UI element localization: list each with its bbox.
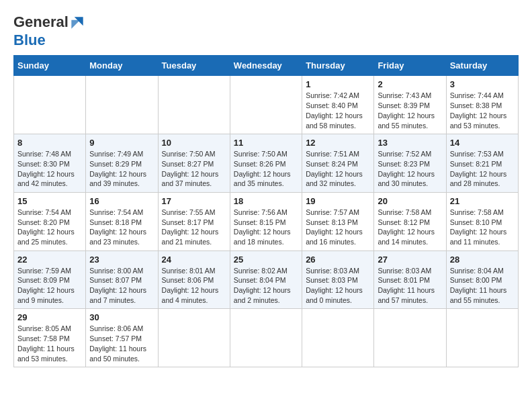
day-number: 3 xyxy=(450,79,515,89)
table-row: 24 Sunrise: 8:01 AM Sunset: 8:06 PM Dayl… xyxy=(158,250,230,309)
day-number: 24 xyxy=(162,255,226,265)
table-row: 11 Sunrise: 7:50 AM Sunset: 8:26 PM Dayl… xyxy=(230,134,302,193)
table-row: 27 Sunrise: 8:03 AM Sunset: 8:01 PM Dayl… xyxy=(374,250,446,309)
table-row: 26 Sunrise: 8:03 AM Sunset: 8:03 PM Dayl… xyxy=(302,250,374,309)
day-info: Sunrise: 7:58 AM Sunset: 8:10 PM Dayligh… xyxy=(450,208,515,247)
day-info: Sunrise: 8:03 AM Sunset: 8:01 PM Dayligh… xyxy=(378,266,442,306)
day-info: Sunrise: 7:50 AM Sunset: 8:27 PM Dayligh… xyxy=(162,149,226,189)
calendar-table: SundayMondayTuesdayWednesdayThursdayFrid… xyxy=(13,55,519,367)
day-info: Sunrise: 7:59 AM Sunset: 8:09 PM Dayligh… xyxy=(17,266,82,306)
day-info: Sunrise: 8:06 AM Sunset: 7:57 PM Dayligh… xyxy=(89,324,154,363)
table-row: 23 Sunrise: 8:00 AM Sunset: 8:07 PM Dayl… xyxy=(86,250,158,309)
day-info: Sunrise: 8:05 AM Sunset: 7:58 PM Dayligh… xyxy=(17,324,82,363)
day-info: Sunrise: 7:52 AM Sunset: 8:23 PM Dayligh… xyxy=(378,149,442,189)
day-number: 10 xyxy=(162,138,226,148)
day-info: Sunrise: 7:53 AM Sunset: 8:21 PM Dayligh… xyxy=(450,149,515,189)
day-info: Sunrise: 8:02 AM Sunset: 8:04 PM Dayligh… xyxy=(234,266,298,306)
day-number: 25 xyxy=(234,255,298,265)
day-info: Sunrise: 7:54 AM Sunset: 8:20 PM Dayligh… xyxy=(17,208,82,247)
day-info: Sunrise: 7:56 AM Sunset: 8:15 PM Dayligh… xyxy=(234,208,298,247)
table-row: 15 Sunrise: 7:54 AM Sunset: 8:20 PM Dayl… xyxy=(14,192,86,250)
weekday-header-monday: Monday xyxy=(86,56,158,76)
table-row: 22 Sunrise: 7:59 AM Sunset: 8:09 PM Dayl… xyxy=(14,250,86,309)
day-number: 2 xyxy=(378,79,442,89)
day-number: 8 xyxy=(17,138,82,148)
table-row: 9 Sunrise: 7:49 AM Sunset: 8:29 PM Dayli… xyxy=(86,134,158,193)
weekday-header-wednesday: Wednesday xyxy=(230,56,302,76)
day-number: 27 xyxy=(378,255,442,265)
weekday-header-thursday: Thursday xyxy=(302,56,374,76)
day-number: 15 xyxy=(17,196,82,206)
weekday-header-saturday: Saturday xyxy=(446,56,518,76)
day-number: 14 xyxy=(450,138,515,148)
day-number: 26 xyxy=(306,255,370,265)
day-number: 13 xyxy=(378,138,442,148)
table-row: 16 Sunrise: 7:54 AM Sunset: 8:18 PM Dayl… xyxy=(86,192,158,250)
table-row xyxy=(86,76,158,134)
day-number: 23 xyxy=(89,255,154,265)
day-number: 21 xyxy=(450,196,515,206)
table-row xyxy=(446,309,518,367)
table-row: 25 Sunrise: 8:02 AM Sunset: 8:04 PM Dayl… xyxy=(230,250,302,309)
table-row xyxy=(158,309,230,367)
table-row: 29 Sunrise: 8:05 AM Sunset: 7:58 PM Dayl… xyxy=(14,309,86,367)
day-number: 22 xyxy=(17,255,82,265)
day-info: Sunrise: 7:43 AM Sunset: 8:39 PM Dayligh… xyxy=(378,91,442,130)
table-row xyxy=(374,309,446,367)
table-row: 8 Sunrise: 7:48 AM Sunset: 8:30 PM Dayli… xyxy=(14,134,86,193)
day-number: 12 xyxy=(306,138,370,148)
day-info: Sunrise: 7:50 AM Sunset: 8:26 PM Dayligh… xyxy=(234,149,298,189)
page-header: General Blue xyxy=(13,13,519,48)
table-row: 12 Sunrise: 7:51 AM Sunset: 8:24 PM Dayl… xyxy=(302,134,374,193)
day-number: 16 xyxy=(89,196,154,206)
table-row: 30 Sunrise: 8:06 AM Sunset: 7:57 PM Dayl… xyxy=(86,309,158,367)
day-number: 28 xyxy=(450,255,515,265)
day-info: Sunrise: 7:54 AM Sunset: 8:18 PM Dayligh… xyxy=(89,208,154,247)
table-row: 28 Sunrise: 8:04 AM Sunset: 8:00 PM Dayl… xyxy=(446,250,518,309)
weekday-header-friday: Friday xyxy=(374,56,446,76)
weekday-header-tuesday: Tuesday xyxy=(158,56,230,76)
table-row: 2 Sunrise: 7:43 AM Sunset: 8:39 PM Dayli… xyxy=(374,76,446,134)
table-row xyxy=(158,76,230,134)
day-number: 29 xyxy=(17,312,82,322)
table-row: 10 Sunrise: 7:50 AM Sunset: 8:27 PM Dayl… xyxy=(158,134,230,193)
table-row: 14 Sunrise: 7:53 AM Sunset: 8:21 PM Dayl… xyxy=(446,134,518,193)
day-number: 18 xyxy=(234,196,298,206)
table-row xyxy=(230,309,302,367)
day-info: Sunrise: 8:01 AM Sunset: 8:06 PM Dayligh… xyxy=(162,266,226,306)
day-number: 11 xyxy=(234,138,298,148)
table-row: 1 Sunrise: 7:42 AM Sunset: 8:40 PM Dayli… xyxy=(302,76,374,134)
table-row: 19 Sunrise: 7:57 AM Sunset: 8:13 PM Dayl… xyxy=(302,192,374,250)
day-info: Sunrise: 8:03 AM Sunset: 8:03 PM Dayligh… xyxy=(306,266,370,306)
day-info: Sunrise: 7:44 AM Sunset: 8:38 PM Dayligh… xyxy=(450,91,515,130)
day-number: 30 xyxy=(89,312,154,322)
table-row xyxy=(230,76,302,134)
day-number: 9 xyxy=(89,138,154,148)
day-number: 20 xyxy=(378,196,442,206)
day-info: Sunrise: 7:51 AM Sunset: 8:24 PM Dayligh… xyxy=(306,149,370,189)
day-info: Sunrise: 7:55 AM Sunset: 8:17 PM Dayligh… xyxy=(162,208,226,247)
table-row: 18 Sunrise: 7:56 AM Sunset: 8:15 PM Dayl… xyxy=(230,192,302,250)
day-number: 19 xyxy=(306,196,370,206)
table-row: 3 Sunrise: 7:44 AM Sunset: 8:38 PM Dayli… xyxy=(446,76,518,134)
table-row xyxy=(302,309,374,367)
table-row: 13 Sunrise: 7:52 AM Sunset: 8:23 PM Dayl… xyxy=(374,134,446,193)
table-row: 21 Sunrise: 7:58 AM Sunset: 8:10 PM Dayl… xyxy=(446,192,518,250)
weekday-header-sunday: Sunday xyxy=(14,56,86,76)
table-row: 20 Sunrise: 7:58 AM Sunset: 8:12 PM Dayl… xyxy=(374,192,446,250)
day-info: Sunrise: 8:04 AM Sunset: 8:00 PM Dayligh… xyxy=(450,266,515,306)
day-info: Sunrise: 7:57 AM Sunset: 8:13 PM Dayligh… xyxy=(306,208,370,247)
day-number: 1 xyxy=(306,79,370,89)
day-info: Sunrise: 7:48 AM Sunset: 8:30 PM Dayligh… xyxy=(17,149,82,189)
day-number: 17 xyxy=(162,196,226,206)
day-info: Sunrise: 7:42 AM Sunset: 8:40 PM Dayligh… xyxy=(306,91,370,130)
day-info: Sunrise: 7:58 AM Sunset: 8:12 PM Dayligh… xyxy=(378,208,442,247)
table-row: 17 Sunrise: 7:55 AM Sunset: 8:17 PM Dayl… xyxy=(158,192,230,250)
day-info: Sunrise: 7:49 AM Sunset: 8:29 PM Dayligh… xyxy=(89,149,154,189)
day-info: Sunrise: 8:00 AM Sunset: 8:07 PM Dayligh… xyxy=(89,266,154,306)
table-row xyxy=(14,76,86,134)
logo-text: General Blue xyxy=(13,13,86,48)
logo: General Blue xyxy=(13,13,86,48)
